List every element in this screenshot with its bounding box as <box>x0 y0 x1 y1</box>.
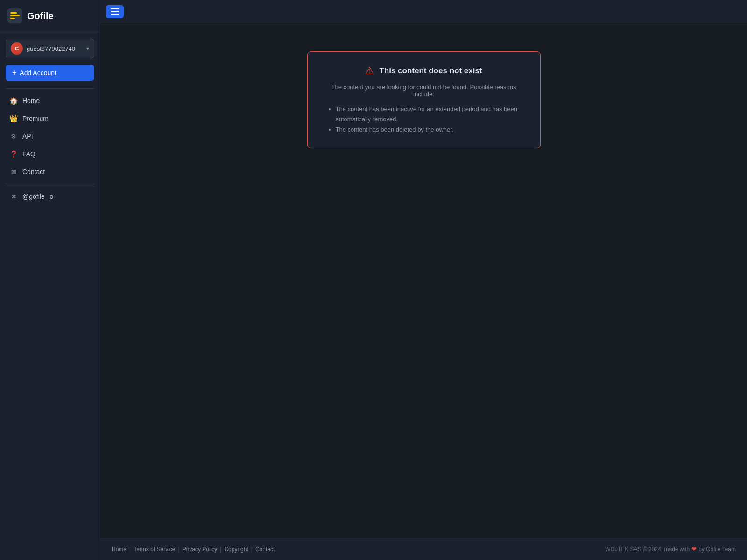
main-content: ⚠ This content does not exist The conten… <box>100 0 747 560</box>
footer-sep-2: | <box>178 546 180 553</box>
add-account-label: Add Account <box>20 69 56 77</box>
footer-link-contact[interactable]: Contact <box>255 546 275 553</box>
error-title: This content does not exist <box>379 66 482 76</box>
sidebar-item-api-label: API <box>22 133 33 140</box>
sidebar-item-premium[interactable]: 👑 Premium <box>4 110 96 127</box>
top-bar <box>100 0 747 23</box>
svg-rect-2 <box>10 15 20 16</box>
footer-copyright: WOJTEK SAS © 2024, made with ❤ by Gofile… <box>605 546 736 553</box>
avatar: G <box>11 42 23 55</box>
heart-icon: ❤ <box>691 546 697 553</box>
sidebar-item-home[interactable]: 🏠 Home <box>4 92 96 109</box>
sidebar-item-premium-label: Premium <box>22 115 49 122</box>
add-account-button[interactable]: + Add Account <box>6 65 94 81</box>
chevron-down-icon: ▾ <box>86 45 89 52</box>
error-subtitle: The content you are looking for could no… <box>324 84 523 98</box>
footer-link-home[interactable]: Home <box>112 546 127 553</box>
sidebar-divider-1 <box>6 88 94 89</box>
api-icon: ⚙ <box>9 132 18 140</box>
sidebar-item-api[interactable]: ⚙ API <box>4 128 96 145</box>
hamburger-line-3 <box>111 14 119 15</box>
footer-copyright-text: WOJTEK SAS © 2024, made with <box>605 546 690 553</box>
error-reason-1: The content has been inactive for an ext… <box>336 104 523 125</box>
footer-links: Home | Terms of Service | Privacy Policy… <box>112 546 275 553</box>
sidebar-item-contact-label: Contact <box>22 168 45 175</box>
footer-sep-4: | <box>251 546 253 553</box>
plus-icon: + <box>12 69 16 77</box>
hamburger-button[interactable] <box>106 5 124 18</box>
logo-area: Gofile <box>0 0 100 32</box>
footer-link-copyright[interactable]: Copyright <box>224 546 248 553</box>
sidebar-social-nav: ✕ @gofile_io <box>0 188 100 205</box>
footer-sep-3: | <box>220 546 221 553</box>
content-area: ⚠ This content does not exist The conten… <box>100 23 747 538</box>
footer: Home | Terms of Service | Privacy Policy… <box>100 538 747 560</box>
sidebar-item-home-label: Home <box>22 97 40 105</box>
sidebar-nav: 🏠 Home 👑 Premium ⚙ API ❓ FAQ ✉ Contact <box>0 92 100 180</box>
faq-icon: ❓ <box>9 150 18 158</box>
hamburger-line-2 <box>111 11 119 12</box>
account-dropdown[interactable]: G guest8779022740 ▾ <box>6 39 94 58</box>
footer-link-terms[interactable]: Terms of Service <box>134 546 175 553</box>
sidebar-item-faq[interactable]: ❓ FAQ <box>4 146 96 162</box>
svg-rect-1 <box>10 12 17 14</box>
sidebar-item-twitter-label: @gofile_io <box>22 193 53 200</box>
account-section: G guest8779022740 ▾ <box>0 32 100 62</box>
gofile-logo-icon <box>7 8 22 23</box>
warning-icon: ⚠ <box>365 65 374 77</box>
footer-by-text: by Gofile Team <box>698 546 736 553</box>
svg-rect-3 <box>10 18 15 19</box>
error-title-row: ⚠ This content does not exist <box>324 65 523 77</box>
hamburger-line-1 <box>111 8 119 9</box>
footer-link-privacy[interactable]: Privacy Policy <box>183 546 218 553</box>
home-icon: 🏠 <box>9 97 18 105</box>
error-reason-2: The content has been deleted by the owne… <box>336 125 523 135</box>
error-reasons-list: The content has been inactive for an ext… <box>324 104 523 135</box>
sidebar-item-contact[interactable]: ✉ Contact <box>4 163 96 180</box>
sidebar-item-faq-label: FAQ <box>22 150 35 158</box>
app-title: Gofile <box>27 11 54 21</box>
twitter-x-icon: ✕ <box>9 192 18 201</box>
footer-sep-1: | <box>129 546 131 553</box>
sidebar: Gofile G guest8779022740 ▾ + Add Account… <box>0 0 100 560</box>
account-name: guest8779022740 <box>27 45 83 52</box>
sidebar-divider-2 <box>6 184 94 184</box>
premium-icon: 👑 <box>9 114 18 123</box>
sidebar-item-twitter[interactable]: ✕ @gofile_io <box>4 188 96 205</box>
error-card: ⚠ This content does not exist The conten… <box>307 51 541 148</box>
contact-icon: ✉ <box>9 168 18 176</box>
